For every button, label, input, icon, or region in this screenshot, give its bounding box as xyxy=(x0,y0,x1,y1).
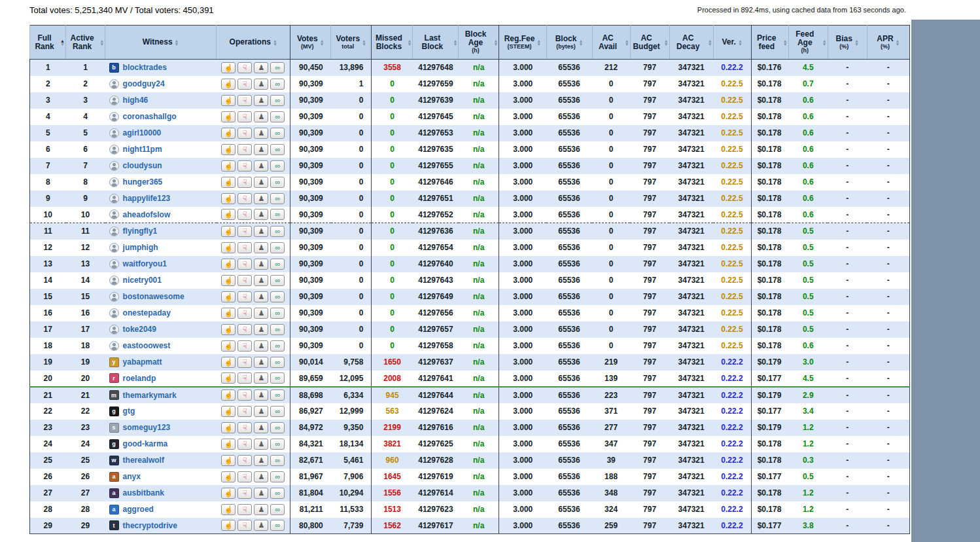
column-header[interactable]: Price feed xyxy=(751,26,788,60)
proxy-vote-button[interactable]: ♟ xyxy=(254,308,268,319)
sort-icon[interactable] xyxy=(708,39,712,46)
upvote-witness-button[interactable]: ☝ xyxy=(221,422,236,433)
proxy-vote-button[interactable]: ♟ xyxy=(254,357,268,368)
witness-url-button[interactable]: ∞ xyxy=(270,422,285,433)
witness-url-button[interactable]: ∞ xyxy=(270,324,285,335)
witness-url-button[interactable]: ∞ xyxy=(270,275,285,286)
proxy-vote-button[interactable]: ♟ xyxy=(254,242,268,253)
downvote-witness-button[interactable]: ☟ xyxy=(237,308,252,319)
sort-icon[interactable] xyxy=(362,39,366,46)
upvote-witness-button[interactable]: ☝ xyxy=(221,471,236,482)
sort-icon[interactable] xyxy=(854,39,859,46)
upvote-witness-button[interactable]: ☝ xyxy=(221,324,236,335)
proxy-vote-button[interactable]: ♟ xyxy=(254,406,268,417)
witness-url-button[interactable]: ∞ xyxy=(270,308,285,319)
downvote-witness-button[interactable]: ☟ xyxy=(237,520,252,531)
column-header[interactable]: Last Block xyxy=(413,26,459,60)
witness-url-button[interactable]: ∞ xyxy=(270,62,285,73)
sort-icon[interactable] xyxy=(783,39,788,46)
proxy-vote-button[interactable]: ♟ xyxy=(254,520,268,531)
downvote-witness-button[interactable]: ☟ xyxy=(237,111,252,122)
witness-link[interactable]: ausbitbank xyxy=(123,488,164,497)
column-header[interactable]: Missed Blocks xyxy=(372,26,413,60)
witness-link[interactable]: goodguy24 xyxy=(123,79,165,88)
proxy-vote-button[interactable]: ♟ xyxy=(254,291,268,302)
column-header[interactable]: Witness xyxy=(105,26,217,60)
proxy-vote-button[interactable]: ♟ xyxy=(254,226,268,237)
upvote-witness-button[interactable]: ☝ xyxy=(221,177,236,188)
witness-link[interactable]: cloudysun xyxy=(123,161,162,170)
column-header[interactable]: Block Age (h) xyxy=(459,26,499,60)
witness-url-button[interactable]: ∞ xyxy=(270,471,285,482)
witness-url-button[interactable]: ∞ xyxy=(270,226,285,237)
witness-url-button[interactable]: ∞ xyxy=(270,340,285,352)
column-header[interactable]: Reg.Fee (STEEM) xyxy=(499,26,546,60)
witness-link[interactable]: flyingfly1 xyxy=(123,226,158,236)
witness-link[interactable]: someguy123 xyxy=(123,423,171,432)
witness-url-button[interactable]: ∞ xyxy=(270,144,285,155)
proxy-vote-button[interactable]: ♟ xyxy=(254,372,268,384)
upvote-witness-button[interactable]: ☝ xyxy=(221,226,236,237)
downvote-witness-button[interactable]: ☟ xyxy=(237,406,252,417)
witness-url-button[interactable]: ∞ xyxy=(270,488,285,499)
downvote-witness-button[interactable]: ☟ xyxy=(237,340,252,352)
witness-link[interactable]: hunger365 xyxy=(123,177,163,187)
proxy-vote-button[interactable]: ♟ xyxy=(254,111,268,122)
column-header[interactable]: APR (%) xyxy=(867,26,909,60)
upvote-witness-button[interactable]: ☝ xyxy=(221,259,236,270)
proxy-vote-button[interactable]: ♟ xyxy=(254,455,268,466)
witness-link[interactable]: jumphigh xyxy=(123,243,158,252)
proxy-vote-button[interactable]: ♟ xyxy=(254,193,268,204)
witness-link[interactable]: bostonawesome xyxy=(123,292,184,301)
proxy-vote-button[interactable]: ♟ xyxy=(254,340,268,352)
witness-link[interactable]: onestepaday xyxy=(123,308,171,317)
upvote-witness-button[interactable]: ☝ xyxy=(221,209,236,220)
downvote-witness-button[interactable]: ☟ xyxy=(237,471,252,482)
witness-link[interactable]: yabapmatt xyxy=(123,357,162,367)
witness-url-button[interactable]: ∞ xyxy=(270,291,285,302)
proxy-vote-button[interactable]: ♟ xyxy=(254,275,268,286)
downvote-witness-button[interactable]: ☟ xyxy=(237,455,252,466)
column-header[interactable]: Voters total xyxy=(331,26,372,60)
witness-url-button[interactable]: ∞ xyxy=(270,439,285,450)
column-header[interactable]: Ver. xyxy=(713,26,751,60)
downvote-witness-button[interactable]: ☟ xyxy=(237,389,252,401)
proxy-vote-button[interactable]: ♟ xyxy=(254,504,268,515)
upvote-witness-button[interactable]: ☝ xyxy=(221,455,236,466)
proxy-vote-button[interactable]: ♟ xyxy=(254,144,268,155)
witness-url-button[interactable]: ∞ xyxy=(270,160,285,172)
downvote-witness-button[interactable]: ☟ xyxy=(237,324,252,335)
sort-icon[interactable] xyxy=(407,39,411,46)
upvote-witness-button[interactable]: ☝ xyxy=(221,340,236,352)
column-header[interactable]: Operations xyxy=(217,26,290,60)
proxy-vote-button[interactable]: ♟ xyxy=(254,324,268,335)
witness-url-button[interactable]: ∞ xyxy=(270,177,285,188)
proxy-vote-button[interactable]: ♟ xyxy=(254,471,268,482)
upvote-witness-button[interactable]: ☝ xyxy=(221,504,236,515)
proxy-vote-button[interactable]: ♟ xyxy=(254,95,268,106)
sort-icon[interactable] xyxy=(896,39,900,46)
column-header[interactable]: AC Decay xyxy=(669,26,713,60)
sort-icon[interactable] xyxy=(625,39,629,46)
witness-url-button[interactable]: ∞ xyxy=(270,389,285,401)
downvote-witness-button[interactable]: ☟ xyxy=(237,177,252,188)
column-header[interactable]: Feed Age (h) xyxy=(788,26,828,60)
sort-icon[interactable] xyxy=(664,39,669,46)
column-header[interactable]: Block (bytes) xyxy=(546,26,592,60)
proxy-vote-button[interactable]: ♟ xyxy=(254,160,268,172)
downvote-witness-button[interactable]: ☟ xyxy=(237,439,252,450)
upvote-witness-button[interactable]: ☝ xyxy=(221,111,236,122)
witness-link[interactable]: happylife123 xyxy=(123,194,171,203)
sort-icon[interactable] xyxy=(453,39,457,46)
witness-link[interactable]: therealwolf xyxy=(123,456,164,465)
upvote-witness-button[interactable]: ☝ xyxy=(221,520,236,531)
upvote-witness-button[interactable]: ☝ xyxy=(221,95,236,106)
column-header[interactable]: Active Rank xyxy=(66,26,105,60)
upvote-witness-button[interactable]: ☝ xyxy=(221,406,236,417)
sort-icon[interactable] xyxy=(494,39,499,46)
sort-icon[interactable] xyxy=(175,39,179,46)
proxy-vote-button[interactable]: ♟ xyxy=(254,389,268,401)
proxy-vote-button[interactable]: ♟ xyxy=(254,209,268,220)
upvote-witness-button[interactable]: ☝ xyxy=(221,79,236,90)
witness-link[interactable]: roelandp xyxy=(123,374,156,383)
